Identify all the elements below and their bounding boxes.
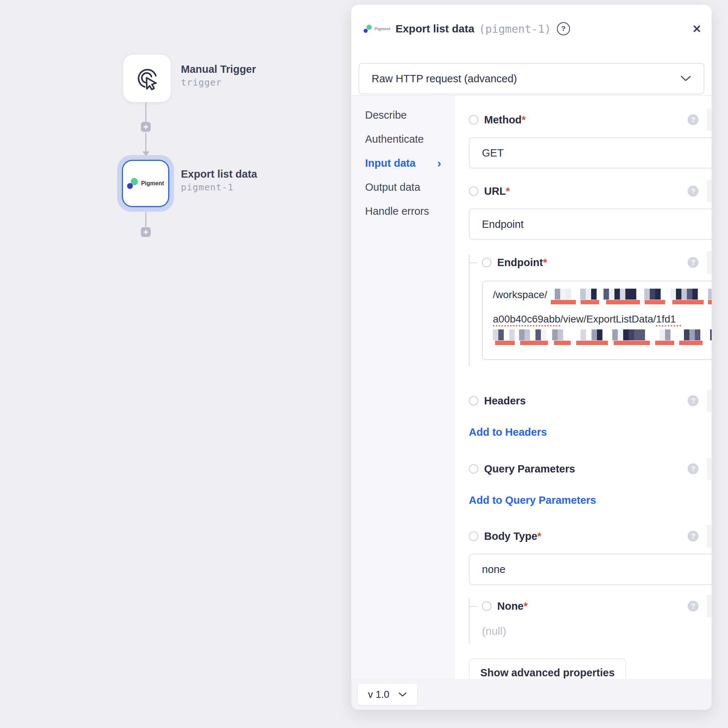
endpoint-help-icon[interactable]: ? bbox=[688, 257, 699, 268]
body-type-label: Body Type* bbox=[484, 530, 541, 542]
headers-help-icon[interactable]: ? bbox=[688, 395, 699, 406]
connector-line bbox=[145, 102, 146, 123]
url-help-icon[interactable]: ? bbox=[688, 186, 699, 197]
redacted-text bbox=[493, 329, 712, 345]
url-value: Endpoint bbox=[482, 219, 524, 230]
headers-field-row: Headers ? [ ] bbox=[469, 393, 712, 409]
endpoint-field-row: Endpoint* ? A bbox=[482, 254, 712, 271]
add-to-query-parameters-link[interactable]: Add to Query Parameters bbox=[469, 494, 596, 506]
chevron-down-icon bbox=[680, 75, 691, 82]
none-placeholder[interactable]: (null) bbox=[482, 625, 712, 637]
pigment-logo: Pigment bbox=[127, 178, 164, 189]
operation-id: (pigment-1) bbox=[479, 23, 551, 35]
method-radio[interactable] bbox=[469, 115, 478, 124]
query-parameters-label: Query Parameters bbox=[484, 463, 575, 475]
query-parameters-radio[interactable] bbox=[469, 464, 478, 474]
panel-header: Pigment Export list data (pigment-1) ? ✕ bbox=[351, 5, 712, 49]
add-step-button-top[interactable]: + bbox=[141, 122, 151, 132]
subnav-item-output-data[interactable]: Output data bbox=[351, 175, 455, 199]
method-value: GET bbox=[482, 147, 504, 159]
panel-subnav: Describe Authenticate Input data › Outpu… bbox=[351, 96, 455, 679]
input-data-form: Method* ? A GET URL* ? bbox=[455, 96, 712, 679]
url-field-row: URL* ? bbox=[469, 183, 712, 199]
endpoint-radio[interactable] bbox=[482, 258, 491, 267]
method-type-button[interactable]: A bbox=[707, 109, 712, 131]
add-to-headers-link[interactable]: Add to Headers bbox=[469, 426, 547, 438]
method-label: Method* bbox=[484, 114, 526, 126]
required-asterisk: * bbox=[524, 600, 528, 612]
required-asterisk: * bbox=[543, 257, 547, 268]
node-title-export-list-data: Export list data bbox=[181, 168, 257, 180]
node-subtitle-pigment-1: pigment-1 bbox=[181, 182, 233, 193]
node-manual-trigger[interactable] bbox=[123, 54, 171, 102]
subnav-item-handle-errors[interactable]: Handle errors bbox=[351, 199, 455, 223]
subnav-item-authenticate[interactable]: Authenticate bbox=[351, 127, 455, 151]
body-type-value: none bbox=[482, 563, 506, 575]
endpoint-line-1: /workspace/ bbox=[493, 289, 712, 309]
operation-select-value: Raw HTTP request (advanced) bbox=[372, 73, 517, 85]
node-subtitle-trigger: trigger bbox=[181, 77, 222, 88]
url-label: URL* bbox=[484, 185, 510, 197]
method-select[interactable]: GET bbox=[469, 137, 712, 168]
query-parameters-type-button[interactable]: [ ] bbox=[707, 457, 712, 480]
headers-radio[interactable] bbox=[469, 396, 478, 405]
chevron-right-icon: › bbox=[437, 156, 441, 170]
endpoint-label: Endpoint* bbox=[497, 257, 547, 269]
node-export-list-data[interactable]: Pigment bbox=[122, 160, 169, 207]
add-step-button-bottom[interactable]: + bbox=[141, 227, 151, 237]
subnav-item-describe[interactable]: Describe bbox=[351, 103, 455, 127]
close-icon[interactable]: ✕ bbox=[692, 23, 701, 35]
properties-panel: Pigment Export list data (pigment-1) ? ✕… bbox=[351, 5, 712, 710]
panel-content: Describe Authenticate Input data › Outpu… bbox=[351, 95, 712, 679]
subnav-item-input-data[interactable]: Input data › bbox=[351, 151, 455, 175]
endpoint-subgroup: Endpoint* ? A /workspace/ a00b40c69abb/v… bbox=[469, 254, 712, 367]
version-select[interactable]: v 1.0 bbox=[358, 684, 417, 705]
none-type-button[interactable] bbox=[707, 595, 712, 617]
none-label: None* bbox=[497, 600, 528, 612]
endpoint-type-button[interactable]: A bbox=[707, 251, 712, 274]
required-asterisk: * bbox=[506, 185, 510, 197]
body-type-type-button[interactable] bbox=[707, 525, 712, 548]
help-icon[interactable]: ? bbox=[557, 22, 570, 35]
required-asterisk: * bbox=[537, 530, 541, 542]
node-title-manual-trigger: Manual Trigger bbox=[181, 63, 256, 75]
query-parameters-help-icon[interactable]: ? bbox=[688, 463, 699, 474]
url-select[interactable]: Endpoint bbox=[469, 209, 712, 240]
headers-label: Headers bbox=[484, 395, 526, 407]
method-field-row: Method* ? A bbox=[469, 112, 712, 128]
url-type-button[interactable] bbox=[707, 180, 712, 202]
panel-title: Export list data bbox=[395, 23, 474, 35]
headers-type-button[interactable]: [ ] bbox=[707, 390, 712, 412]
required-asterisk: * bbox=[522, 114, 526, 125]
none-field-row: None* ? bbox=[482, 598, 712, 614]
panel-footer: v 1.0 bbox=[351, 679, 712, 710]
none-subgroup: None* ? (null) bbox=[469, 598, 712, 644]
body-type-select[interactable]: none bbox=[469, 554, 712, 585]
pigment-app-icon: Pigment bbox=[364, 25, 390, 33]
none-radio[interactable] bbox=[482, 601, 491, 611]
manual-trigger-icon bbox=[134, 66, 160, 91]
operation-select[interactable]: Raw HTTP request (advanced) bbox=[359, 63, 704, 94]
chevron-down-icon bbox=[398, 692, 407, 697]
endpoint-input[interactable]: /workspace/ a00b40c69abb/view/ExportList… bbox=[482, 281, 712, 360]
url-radio[interactable] bbox=[469, 187, 478, 196]
version-value: v 1.0 bbox=[368, 689, 390, 700]
body-type-radio[interactable] bbox=[469, 531, 478, 541]
redacted-text bbox=[549, 289, 712, 304]
endpoint-line-2: a00b40c69abb/view/ExportListData/1fd1 bbox=[493, 309, 712, 329]
body-type-field-row: Body Type* ? bbox=[469, 528, 712, 544]
show-advanced-properties-button[interactable]: Show advanced properties bbox=[469, 658, 626, 679]
method-help-icon[interactable]: ? bbox=[688, 114, 699, 125]
connector-line bbox=[145, 133, 146, 151]
body-type-help-icon[interactable]: ? bbox=[688, 531, 699, 541]
none-help-icon[interactable]: ? bbox=[688, 601, 699, 612]
endpoint-line-3 bbox=[493, 329, 712, 350]
connector-line bbox=[145, 212, 146, 227]
query-parameters-field-row: Query Parameters ? [ ] bbox=[469, 461, 712, 477]
